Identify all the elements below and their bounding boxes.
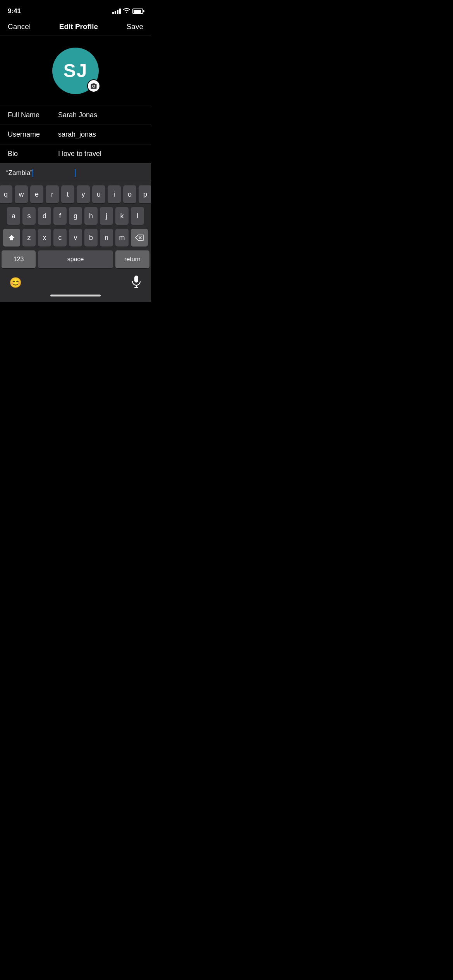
username-label: Username — [8, 130, 58, 139]
status-time: 9:41 — [8, 7, 21, 15]
key-d[interactable]: d — [38, 207, 51, 225]
key-o[interactable]: o — [123, 185, 136, 203]
key-k[interactable]: k — [115, 207, 129, 225]
fullname-row[interactable]: Full Name Sarah Jonas — [0, 106, 151, 125]
svg-point-0 — [93, 85, 95, 87]
bio-row[interactable]: Bio I love to travel — [0, 144, 151, 164]
key-s[interactable]: s — [22, 207, 36, 225]
bio-value[interactable]: I love to travel — [58, 150, 143, 158]
text-cursor — [33, 169, 33, 177]
key-g[interactable]: g — [69, 207, 82, 225]
bio-label: Bio — [8, 150, 58, 158]
key-m[interactable]: m — [115, 229, 129, 247]
key-t[interactable]: t — [61, 185, 74, 203]
space-key[interactable]: space — [38, 250, 113, 268]
key-z[interactable]: z — [22, 229, 36, 247]
key-q[interactable]: q — [0, 185, 12, 203]
backspace-key[interactable] — [131, 229, 148, 247]
emoji-button[interactable]: 😊 — [9, 277, 22, 289]
form-section: Full Name Sarah Jonas Username sarah_jon… — [0, 106, 151, 164]
autocomplete-suggestion: “Zambia” — [6, 169, 33, 177]
backspace-icon — [135, 235, 144, 241]
key-i[interactable]: i — [108, 185, 121, 203]
microphone-button[interactable] — [131, 275, 142, 290]
save-button[interactable]: Save — [127, 22, 143, 31]
shift-icon — [8, 234, 15, 242]
key-j[interactable]: j — [100, 207, 113, 225]
key-f[interactable]: f — [53, 207, 67, 225]
fullname-value[interactable]: Sarah Jonas — [58, 111, 143, 119]
autocomplete-bar: “Zambia” — [0, 164, 151, 182]
home-indicator — [2, 292, 149, 300]
microphone-icon — [131, 275, 142, 288]
keyboard-row-4: 123 space return — [2, 250, 149, 268]
key-e[interactable]: e — [30, 185, 43, 203]
keyboard-row-2: a s d f g h j k l — [2, 207, 149, 225]
avatar-wrapper[interactable]: SJ — [52, 48, 99, 94]
key-v[interactable]: v — [69, 229, 82, 247]
svg-rect-1 — [134, 276, 138, 283]
status-icons — [112, 8, 143, 15]
signal-bars-icon — [112, 9, 121, 14]
key-a[interactable]: a — [7, 207, 20, 225]
username-value[interactable]: sarah_jonas — [58, 130, 143, 139]
keyboard-row-3: z x c v b n m — [2, 229, 149, 247]
battery-icon — [132, 9, 143, 14]
wifi-icon — [123, 8, 130, 15]
keyboard-row-1: q w e r t y u i o p — [2, 185, 149, 203]
key-p[interactable]: p — [139, 185, 151, 203]
key-c[interactable]: c — [53, 229, 67, 247]
key-r[interactable]: r — [46, 185, 59, 203]
key-l[interactable]: l — [131, 207, 144, 225]
key-b[interactable]: b — [84, 229, 98, 247]
camera-icon — [90, 82, 97, 89]
return-key[interactable]: return — [115, 250, 149, 268]
fullname-label: Full Name — [8, 111, 58, 119]
avatar-section: SJ — [0, 36, 151, 106]
page-title: Edit Profile — [59, 22, 98, 31]
key-x[interactable]: x — [38, 229, 51, 247]
right-cursor — [75, 169, 76, 177]
key-h[interactable]: h — [84, 207, 98, 225]
keyboard: q w e r t y u i o p a s d f g h j k l z … — [0, 182, 151, 302]
nav-bar: Cancel Edit Profile Save — [0, 19, 151, 36]
shift-key[interactable] — [3, 229, 20, 247]
avatar-initials: SJ — [63, 60, 88, 81]
home-bar — [50, 295, 101, 296]
cancel-button[interactable]: Cancel — [8, 22, 31, 31]
key-y[interactable]: y — [77, 185, 90, 203]
username-row[interactable]: Username sarah_jonas — [0, 125, 151, 144]
camera-badge-button[interactable] — [87, 79, 100, 93]
keyboard-bottom-bar: 😊 — [2, 272, 149, 292]
number-key[interactable]: 123 — [2, 250, 36, 268]
key-n[interactable]: n — [100, 229, 113, 247]
status-bar: 9:41 — [0, 0, 151, 19]
key-u[interactable]: u — [92, 185, 105, 203]
key-w[interactable]: w — [15, 185, 28, 203]
